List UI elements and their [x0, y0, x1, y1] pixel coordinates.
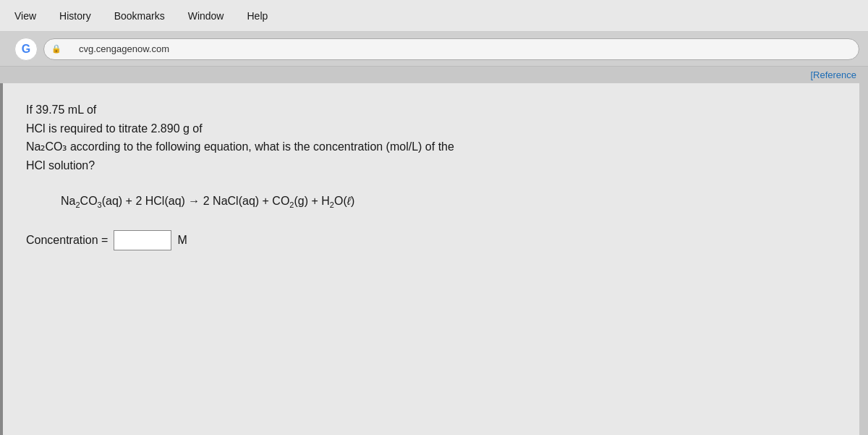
- concentration-input[interactable]: [114, 230, 171, 250]
- question-text: If 39.75 mL of HCl is required to titrat…: [26, 101, 836, 174]
- menu-bar: View History Bookmarks Window Help: [0, 0, 868, 32]
- reference-link[interactable]: [Reference: [810, 69, 856, 80]
- question-line1: If 39.75 mL of: [26, 104, 96, 116]
- menu-view[interactable]: View: [12, 7, 39, 25]
- menu-help[interactable]: Help: [244, 7, 271, 25]
- menu-history[interactable]: History: [56, 7, 94, 25]
- concentration-label: Concentration =: [26, 234, 108, 247]
- question-line4: HCl solution?: [26, 159, 95, 172]
- question-panel: If 39.75 mL of HCl is required to titrat…: [0, 83, 859, 435]
- lock-icon: 🔒: [51, 44, 61, 54]
- menu-window[interactable]: Window: [185, 7, 227, 25]
- reference-bar: [Reference: [0, 67, 868, 83]
- menu-bookmarks[interactable]: Bookmarks: [111, 7, 168, 25]
- question-line3: Na₂CO₃ according to the following equati…: [26, 140, 454, 153]
- content-area: [Reference If 39.75 mL of HCl is require…: [0, 67, 868, 435]
- concentration-unit: M: [177, 234, 187, 247]
- address-text: cvg.cengagenow.com: [79, 43, 169, 54]
- address-bar[interactable]: 🔒 cvg.cengagenow.com: [43, 38, 859, 60]
- concentration-line: Concentration = M: [26, 230, 836, 250]
- browser-toolbar: G 🔒 cvg.cengagenow.com: [0, 32, 868, 67]
- equation-line: Na2CO3(aq) + 2 HCl(aq) → 2 NaCl(aq) + CO…: [61, 195, 836, 209]
- google-icon-button[interactable]: G: [14, 38, 38, 61]
- address-bar-wrapper: 🔒 cvg.cengagenow.com: [43, 38, 859, 60]
- question-line2: HCl is required to titrate 2.890 g of: [26, 122, 203, 135]
- equation-text: Na2CO3(aq) + 2 HCl(aq) → 2 NaCl(aq) + CO…: [61, 195, 354, 209]
